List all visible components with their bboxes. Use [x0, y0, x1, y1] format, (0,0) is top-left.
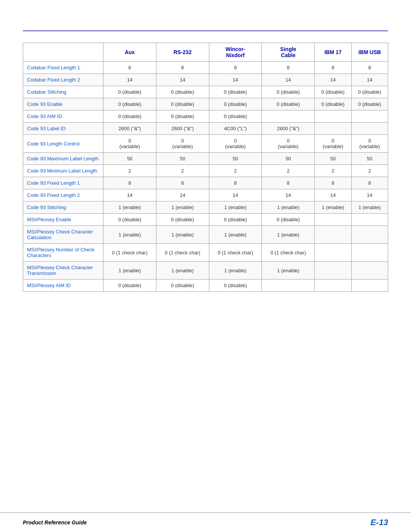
col-header-single: SingleCable [262, 43, 315, 62]
cell-3-ibmusb: 0 (disable) [351, 98, 388, 110]
cell-7-ibmusb: 50 [351, 153, 388, 165]
cell-12-feature: MSI/Plessey Enable [23, 214, 104, 226]
table-row: Code 93 Label ID2600 ("&")2600 ("&")4C00… [23, 123, 388, 135]
cell-0-ibmusb: 8 [351, 62, 388, 74]
cell-0-rs232: 8 [156, 62, 209, 74]
cell-5-single: 2600 ("&") [262, 123, 315, 135]
table-row: MSI/Plessey Check Character Calculation1… [23, 226, 388, 244]
table-row: MSI/Plessey Number of Check Characters0 … [23, 244, 388, 262]
cell-3-single: 0 (disable) [262, 98, 315, 110]
cell-10-ibmusb: 14 [351, 189, 388, 201]
table-row: Code 93 Enable0 (disable)0 (disable)0 (d… [23, 98, 388, 110]
cell-11-feature: Code 93 Stitching [23, 201, 104, 214]
cell-7-feature: Code 93 Maximum Label Length [23, 153, 104, 165]
cell-14-ibm17 [315, 244, 351, 262]
page-footer: Product Reference Guide E-13 [0, 513, 411, 532]
cell-16-feature: MSI/Plessey AIM ID [23, 280, 104, 292]
cell-8-rs232: 2 [156, 165, 209, 177]
table-row: Code 93 AIM ID0 (disable)0 (disable)0 (d… [23, 110, 388, 123]
cell-5-wincor: 4C00 ("L") [209, 123, 262, 135]
cell-1-feature: Codabar Fixed Length 2 [23, 74, 104, 86]
cell-2-single: 0 (disable) [262, 86, 315, 98]
cell-16-ibm17 [315, 280, 351, 292]
cell-2-aux: 0 (disable) [103, 86, 156, 98]
cell-14-feature: MSI/Plessey Number of Check Characters [23, 244, 104, 262]
col-header-ibm17: IBM 17 [315, 43, 351, 62]
cell-16-ibmusb [351, 280, 388, 292]
cell-9-ibm17: 8 [315, 177, 351, 189]
cell-8-wincor: 2 [209, 165, 262, 177]
cell-14-wincor: 0 (1 check char) [209, 244, 262, 262]
cell-4-aux: 0 (disable) [103, 110, 156, 123]
cell-5-aux: 2600 ("&") [103, 123, 156, 135]
cell-6-feature: Code 93 Length Control [23, 135, 104, 153]
cell-15-feature: MSI/Plessey Check Character Transmission [23, 262, 104, 280]
col-header-rs232: RS-232 [156, 43, 209, 62]
cell-1-aux: 14 [103, 74, 156, 86]
cell-1-ibmusb: 14 [351, 74, 388, 86]
cell-8-ibmusb: 2 [351, 165, 388, 177]
cell-7-aux: 50 [103, 153, 156, 165]
cell-3-aux: 0 (disable) [103, 98, 156, 110]
cell-0-wincor: 8 [209, 62, 262, 74]
cell-4-ibm17 [315, 110, 351, 123]
cell-6-ibm17: 0(variable) [315, 135, 351, 153]
cell-0-aux: 8 [103, 62, 156, 74]
col-header-ibmusb: IBM USB [351, 43, 388, 62]
table-row: Code 93 Minimum Label Length222222 [23, 165, 388, 177]
cell-11-ibmusb: 1 (enable) [351, 201, 388, 214]
cell-10-ibm17: 14 [315, 189, 351, 201]
cell-3-feature: Code 93 Enable [23, 98, 104, 110]
cell-0-feature: Codabar Fixed Length 1 [23, 62, 104, 74]
cell-16-aux: 0 (disable) [103, 280, 156, 292]
cell-12-aux: 0 (disable) [103, 214, 156, 226]
footer-guide-label: Product Reference Guide [23, 519, 87, 526]
cell-4-single [262, 110, 315, 123]
cell-3-rs232: 0 (disable) [156, 98, 209, 110]
cell-13-wincor: 1 (enable) [209, 226, 262, 244]
cell-2-feature: Codabar Stitching [23, 86, 104, 98]
cell-5-ibmusb [351, 123, 388, 135]
cell-13-ibm17 [315, 226, 351, 244]
cell-11-single: 1 (enable) [262, 201, 315, 214]
col-header-wincor: Wincor-Nixdorf [209, 43, 262, 62]
table-row: MSI/Plessey Check Character Transmission… [23, 262, 388, 280]
cell-10-single: 14 [262, 189, 315, 201]
cell-5-feature: Code 93 Label ID [23, 123, 104, 135]
cell-6-ibmusb: 0(variable) [351, 135, 388, 153]
cell-11-wincor: 1 (enable) [209, 201, 262, 214]
cell-4-wincor: 0 (disable) [209, 110, 262, 123]
table-row: Codabar Fixed Length 2141414141414 [23, 74, 388, 86]
cell-12-rs232: 0 (disable) [156, 214, 209, 226]
table-row: MSI/Plessey AIM ID0 (disable)0 (disable)… [23, 280, 388, 292]
cell-15-single: 1 (enable) [262, 262, 315, 280]
cell-14-single: 0 (1 check char) [262, 244, 315, 262]
cell-15-ibm17 [315, 262, 351, 280]
col-header-feature [23, 43, 104, 62]
cell-13-rs232: 1 (enable) [156, 226, 209, 244]
col-header-aux: Aux [103, 43, 156, 62]
cell-9-aux: 8 [103, 177, 156, 189]
cell-15-ibmusb [351, 262, 388, 280]
cell-7-single: 50 [262, 153, 315, 165]
cell-11-ibm17: 1 (enable) [315, 201, 351, 214]
cell-10-aux: 14 [103, 189, 156, 201]
cell-10-wincor: 14 [209, 189, 262, 201]
cell-5-rs232: 2600 ("&") [156, 123, 209, 135]
table-row: Code 93 Length Control0(variable)0(varia… [23, 135, 388, 153]
cell-7-ibm17: 50 [315, 153, 351, 165]
cell-15-aux: 1 (enable) [103, 262, 156, 280]
cell-2-ibmusb: 0 (disable) [351, 86, 388, 98]
cell-11-aux: 1 (enable) [103, 201, 156, 214]
cell-3-wincor: 0 (disable) [209, 98, 262, 110]
cell-16-single [262, 280, 315, 292]
cell-16-rs232: 0 (disable) [156, 280, 209, 292]
cell-4-feature: Code 93 AIM ID [23, 110, 104, 123]
cell-10-feature: Code 93 Fixed Length 2 [23, 189, 104, 201]
cell-6-single: 0(variable) [262, 135, 315, 153]
cell-11-rs232: 1 (enable) [156, 201, 209, 214]
cell-1-wincor: 14 [209, 74, 262, 86]
cell-15-wincor: 1 (enable) [209, 262, 262, 280]
cell-9-ibmusb: 8 [351, 177, 388, 189]
top-border [23, 30, 388, 31]
